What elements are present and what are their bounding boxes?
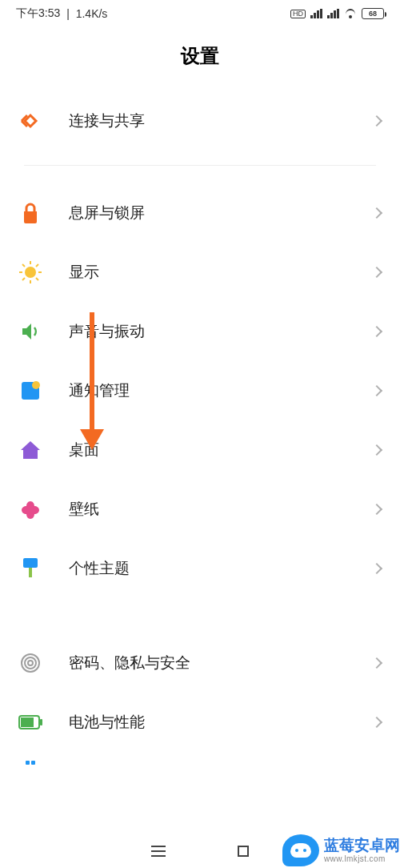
item-privacy[interactable]: 密码、隐私与安全: [16, 633, 384, 693]
chevron-right-icon: [371, 444, 382, 456]
sun-icon: [16, 258, 45, 287]
chevron-right-icon: [371, 717, 382, 728]
chevron-right-icon: [371, 657, 382, 669]
svg-line-6: [36, 278, 38, 280]
signal-icon: [310, 9, 322, 18]
item-label: 个性主题: [69, 558, 373, 579]
svg-rect-18: [40, 719, 42, 725]
item-connection[interactable]: 连接与共享: [16, 91, 384, 151]
fingerprint-icon: [16, 649, 45, 677]
svg-point-10: [32, 381, 40, 389]
item-desktop[interactable]: 桌面: [16, 420, 384, 480]
notify-icon: [16, 376, 45, 405]
home-icon: [16, 436, 45, 464]
page-title: 设置: [0, 24, 400, 91]
svg-point-14: [25, 657, 36, 669]
connection-icon: [16, 106, 45, 135]
item-lockscreen[interactable]: 息屏与锁屏: [16, 183, 384, 243]
item-label: 电池与性能: [69, 712, 373, 733]
chevron-right-icon: [371, 115, 382, 127]
svg-line-5: [22, 264, 25, 267]
chevron-right-icon: [371, 267, 382, 278]
status-time: 下午3:53: [16, 6, 60, 21]
svg-rect-20: [31, 761, 35, 765]
settings-list: 连接与共享 息屏与锁屏 显示 声音与振动 通知管理 桌面: [0, 91, 400, 752]
watermark-title: 蓝莓安卓网: [324, 838, 400, 854]
battery-icon: 68: [362, 8, 384, 19]
svg-rect-11: [23, 558, 38, 568]
item-label: 通知管理: [69, 380, 373, 401]
chevron-right-icon: [371, 563, 382, 574]
hd-icon: HD: [290, 10, 306, 18]
svg-rect-12: [29, 568, 32, 577]
nav-recents-icon[interactable]: [151, 846, 166, 857]
item-theme[interactable]: 个性主题: [16, 539, 384, 598]
speaker-icon: [16, 317, 45, 346]
item-label: 密码、隐私与安全: [69, 653, 373, 673]
chevron-right-icon: [371, 326, 382, 337]
status-bar: 下午3:53 | 1.4K/s HD 68: [0, 0, 400, 24]
battery-perf-icon: [16, 708, 45, 737]
watermark-url: www.lmkjst.com: [324, 854, 400, 863]
lock-icon: [16, 199, 45, 227]
item-label: 声音与振动: [69, 321, 373, 342]
svg-point-15: [28, 661, 33, 665]
item-notify[interactable]: 通知管理: [16, 361, 384, 420]
svg-rect-17: [21, 717, 34, 727]
chevron-right-icon: [371, 207, 382, 219]
svg-point-0: [25, 267, 36, 278]
svg-line-7: [22, 278, 25, 280]
nav-home-icon[interactable]: [238, 846, 249, 857]
apps-icon: [16, 752, 45, 779]
flower-icon: [16, 495, 45, 524]
watermark-logo-icon: [282, 834, 319, 866]
status-right: HD 68: [290, 8, 384, 19]
chevron-right-icon: [371, 504, 382, 515]
svg-line-8: [36, 264, 38, 267]
item-battery[interactable]: 电池与性能: [16, 693, 384, 752]
status-speed: 1.4K/s: [76, 7, 108, 20]
signal-icon-2: [327, 9, 339, 18]
item-label: 显示: [69, 262, 373, 283]
status-left: 下午3:53 | 1.4K/s: [16, 6, 107, 21]
item-label: 息屏与锁屏: [69, 203, 373, 223]
brush-icon: [16, 554, 45, 583]
divider: [24, 165, 376, 166]
item-label: 壁纸: [69, 499, 373, 520]
svg-rect-19: [26, 761, 30, 765]
item-label: 连接与共享: [69, 111, 373, 131]
item-label: 桌面: [69, 440, 373, 460]
item-sound[interactable]: 声音与振动: [16, 302, 384, 361]
item-wallpaper[interactable]: 壁纸: [16, 480, 384, 539]
watermark: 蓝莓安卓网 www.lmkjst.com: [282, 834, 400, 866]
wifi-icon: [344, 9, 357, 18]
chevron-right-icon: [371, 385, 382, 396]
item-display[interactable]: 显示: [16, 243, 384, 302]
item-apps[interactable]: [0, 752, 400, 779]
